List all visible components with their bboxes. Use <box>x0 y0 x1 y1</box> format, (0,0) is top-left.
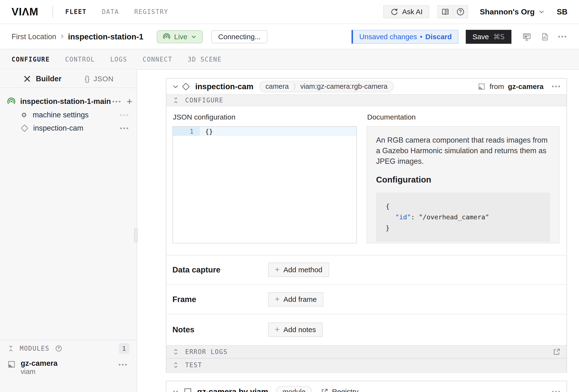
add-frame-button[interactable]: + Add frame <box>268 292 323 307</box>
add-notes-button[interactable]: + Add notes <box>268 322 323 337</box>
connection-status-button[interactable]: Connecting... <box>211 30 267 43</box>
sidebar-item-machine-part[interactable]: inspection-station-1-main ••• + <box>0 95 137 108</box>
machine-toolbar: First Location › inspection-station-1 Li… <box>0 24 579 49</box>
collapse-icon[interactable] <box>7 345 14 352</box>
ai-sparkle-icon <box>390 7 399 16</box>
tab-control[interactable]: CONTROL <box>65 56 95 63</box>
modules-title: MODULES <box>20 345 50 352</box>
nav-item-data[interactable]: DATA <box>102 8 119 15</box>
save-button[interactable]: Save ⌘S <box>466 30 511 44</box>
book-open-icon <box>441 7 450 16</box>
broadcast-icon <box>162 33 171 41</box>
badge-divider <box>293 82 296 91</box>
test-bar[interactable]: TEST <box>166 358 567 372</box>
config-main-pane: inspection-cam camera viam:gz-camera:rgb… <box>138 70 579 392</box>
documentation-label: Documentation <box>367 113 416 121</box>
logs-report-icon[interactable] <box>540 32 549 41</box>
json-mode-toggle[interactable]: {} JSON <box>85 70 114 87</box>
machine-part-menu[interactable]: ••• <box>112 98 122 105</box>
sidebar-item-inspection-cam[interactable]: inspection-cam ••• <box>0 122 137 134</box>
configure-section-bar[interactable]: CONFIGURE <box>166 94 567 106</box>
editor-line-text: {} <box>200 127 356 136</box>
chevron-down-icon <box>538 8 545 15</box>
nav-divider <box>52 5 53 18</box>
documentation-panel[interactable]: An RGB camera component that reads image… <box>367 126 560 243</box>
unsaved-changes-label: Unsaved changes <box>359 33 417 41</box>
editor-line-number: 1 <box>173 127 200 136</box>
config-sidebar: Builder {} JSON inspection-station-1-mai… <box>0 70 137 392</box>
save-shortcut: ⌘S <box>493 33 505 41</box>
tab-connect[interactable]: CONNECT <box>143 56 172 63</box>
component-menu[interactable]: ••• <box>552 83 561 90</box>
module-icon <box>7 360 16 376</box>
error-logs-bar[interactable]: ERROR LOGS <box>166 345 567 358</box>
plus-icon: + <box>275 295 280 303</box>
module-menu[interactable]: ••• <box>119 361 128 368</box>
help-button[interactable] <box>453 6 468 18</box>
machine-part-name: inspection-station-1-main <box>20 97 111 106</box>
org-switcher[interactable]: Shannon's Org <box>480 7 545 16</box>
module-card-title: gz-camera by viam <box>197 387 268 392</box>
braces-icon: {} <box>85 75 90 83</box>
docs-button[interactable] <box>438 6 453 18</box>
chevron-down-icon[interactable] <box>172 388 179 392</box>
plus-icon: + <box>275 265 280 273</box>
data-capture-section: Data capture + Add method <box>166 255 567 284</box>
module-card-menu[interactable]: ••• <box>552 388 561 392</box>
json-config-editor[interactable]: 1 {} <box>172 126 357 243</box>
open-logs-external-icon[interactable] <box>553 348 561 356</box>
machine-name: inspection-station-1 <box>68 32 144 41</box>
modules-section: MODULES 1 gz-c <box>0 340 137 376</box>
more-actions-menu[interactable]: ••• <box>558 33 568 40</box>
breadcrumb-separator: › <box>61 31 64 41</box>
registry-link[interactable]: Registry <box>321 388 358 392</box>
sidebar-module-gz-camera[interactable]: gz-camera viam ••• <box>0 357 137 376</box>
add-component-button[interactable]: + <box>127 97 132 106</box>
notes-section: Notes + Add notes <box>166 314 567 345</box>
chevron-down-icon[interactable] <box>172 83 179 90</box>
module-org: viam <box>21 368 35 375</box>
tab-configure[interactable]: CONFIGURE <box>11 56 50 63</box>
sidebar-resize-handle[interactable] <box>135 228 138 243</box>
ask-ai-button[interactable]: Ask AI <box>383 5 429 18</box>
chevron-down-icon <box>191 34 197 40</box>
doc-configuration-heading: Configuration <box>376 175 550 184</box>
machine-page-icon[interactable] <box>522 32 532 42</box>
broadcast-icon <box>7 97 16 106</box>
component-model: viam:gz-camera:rgb-camera <box>300 82 388 90</box>
nav-item-fleet[interactable]: FLEET <box>66 8 86 15</box>
module-name: gz-camera <box>21 359 58 368</box>
tab-logs[interactable]: LOGS <box>110 56 127 63</box>
primary-nav: FLEET DATA REGISTRY <box>66 8 168 15</box>
sidebar-item-machine-settings[interactable]: machine settings ••• <box>0 109 137 121</box>
source-module-link[interactable]: gz-camera <box>508 82 543 91</box>
component-diamond-icon <box>181 82 190 91</box>
component-diamond-icon <box>20 124 29 133</box>
json-config-label: JSON configuration <box>173 113 235 121</box>
doc-description: An RGB camera component that reads image… <box>376 135 550 167</box>
tab-3d-scene[interactable]: 3D SCENE <box>188 56 222 63</box>
module-type-badge: module <box>276 386 312 392</box>
breadcrumb-location[interactable]: First Location <box>11 32 56 41</box>
nav-item-registry[interactable]: REGISTRY <box>134 8 168 15</box>
viam-logo: VIΛM <box>11 6 38 18</box>
live-status-dropdown[interactable]: Live <box>157 30 203 43</box>
viam-app-page: VIΛM FLEET DATA REGISTRY Ask AI <box>0 0 579 392</box>
modules-count-badge: 1 <box>119 343 129 354</box>
component-name: inspection-cam <box>195 82 253 91</box>
user-avatar[interactable]: SB <box>557 7 568 16</box>
discard-button[interactable]: Discard <box>425 33 452 41</box>
frame-section: Frame + Add frame <box>166 284 567 314</box>
help-circle-icon[interactable] <box>55 345 63 352</box>
builder-json-toggle: Builder {} JSON <box>0 70 137 88</box>
add-method-button[interactable]: + Add method <box>268 263 329 277</box>
inspection-cam-menu[interactable]: ••• <box>120 125 129 132</box>
machine-settings-menu[interactable]: ••• <box>120 111 129 119</box>
collapse-icon <box>172 97 179 104</box>
builder-mode-toggle[interactable]: Builder <box>23 70 62 87</box>
machine-tabs: CONFIGURE CONTROL LOGS CONNECT 3D SCENE <box>0 49 579 70</box>
component-card-inspection-cam: inspection-cam camera viam:gz-camera:rgb… <box>166 78 567 373</box>
component-type: camera <box>265 82 289 90</box>
unsaved-changes-banner: Unsaved changes • Discard <box>352 30 458 44</box>
builder-tools-icon <box>23 75 31 83</box>
